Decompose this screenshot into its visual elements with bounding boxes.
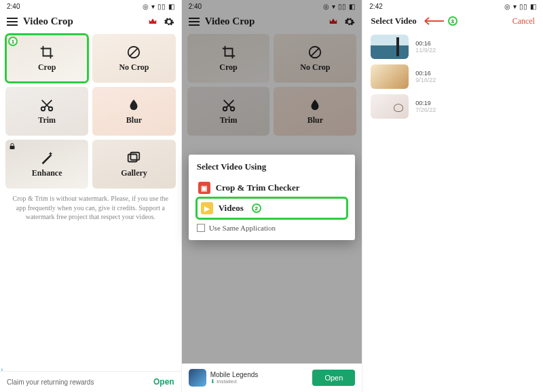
app-topbar: Video Crop [0,12,181,34]
tool-grid: 1 Crop No Crop Trim Blur Enhance [0,34,181,189]
tile-enhance[interactable]: Enhance [5,140,88,189]
svg-rect-5 [128,154,137,161]
no-crop-icon [126,45,141,60]
tile-label: Enhance [32,168,62,178]
lock-icon [8,142,16,151]
checkbox-icon[interactable] [197,224,205,232]
ad-app-icon [189,369,206,387]
tile-trim[interactable]: Trim [5,87,88,136]
use-same-app-row[interactable]: Use Same Application [197,224,348,232]
tile-no-crop[interactable]: No Crop [92,34,175,83]
tile-label: Trim [38,115,56,125]
screen-3-select-video: 2:42 ◎▾▯▯◧ Select Video 3 Cancel 00:16 1… [362,0,543,392]
crop-icon [39,45,54,60]
tile-label: Crop [38,62,56,73]
dialog-title: Select Video Using [197,161,348,172]
video-item[interactable]: 00:19 7/26/22 [371,94,535,119]
video-date: 9/18/22 [415,77,436,83]
screen-2-dialog: 2:40 ◎▾▯▯◧ Video Crop Crop No Crop Trim … [181,0,362,392]
scissors-icon [39,98,54,113]
dialog-option-label: Crop & Trim Checker [216,182,300,193]
ad-open-button[interactable]: Open [312,370,355,386]
status-time: 2:42 [369,3,382,10]
app-icon-yellow: ▶ [201,202,213,214]
dialog-option-label: Videos [219,203,244,214]
status-time: 2:40 [7,3,20,10]
select-video-header: Select Video 3 Cancel [362,12,543,31]
checkbox-label: Use Same Application [209,224,276,232]
tile-blur[interactable]: Blur [92,87,175,136]
app-icon-red: ▣ [198,182,210,194]
video-item[interactable]: 00:16 9/18/22 [371,64,535,89]
ad-chip: Mobile Legends Installed [189,369,259,387]
video-date: 11/9/22 [415,47,436,54]
gallery-icon [126,151,141,165]
svg-line-1 [130,47,138,56]
ad-open-link[interactable]: Open [153,377,174,387]
dialog-option-videos[interactable]: ▶ Videos 2 [197,198,348,218]
step-badge-3: 3 [448,16,457,26]
video-duration: 00:19 [415,100,436,106]
video-duration: 00:16 [415,40,436,47]
status-bar: 2:42 ◎▾▯▯◧ [362,0,543,12]
screen-1-main: 2:40 ◎▾▯▯◧ Video Crop 1 Crop No Crop [0,0,181,392]
video-thumbnail [371,94,409,119]
svg-rect-4 [10,146,15,149]
select-video-title: Select Video [371,16,417,26]
menu-icon[interactable] [7,18,18,26]
app-title: Video Crop [23,16,142,27]
select-video-dialog: Select Video Using ▣ Crop & Trim Checker… [189,155,356,240]
ad-app-sub: Installed [210,378,259,385]
blur-icon [126,98,141,113]
wand-icon [39,151,54,165]
video-thumbnail [371,35,409,59]
cancel-button[interactable]: Cancel [512,16,535,26]
ad-bar[interactable]: Mobile Legends Installed Open [182,364,362,392]
crown-icon[interactable] [147,17,158,26]
status-icons: ◎▾▯▯◧ [143,3,174,10]
tile-label: Gallery [121,168,147,178]
footer-note: Crop & Trim is without watermark. Please… [0,189,181,227]
ad-app-title: Mobile Legends [210,371,259,378]
video-date: 7/26/22 [415,106,436,113]
step-badge-2: 2 [252,203,261,213]
video-list: 00:16 11/9/22 00:16 9/18/22 00:19 7/26/2… [362,31,543,123]
ad-bar[interactable]: Claim your returning rewards Open [0,371,181,392]
video-duration: 00:16 [415,70,436,77]
svg-rect-6 [131,152,140,159]
tile-label: No Crop [119,62,149,73]
status-icons: ◎▾▯▯◧ [504,3,536,10]
tile-crop[interactable]: 1 Crop [5,34,88,83]
arrow-icon [421,17,444,25]
step-badge-1: 1 [8,37,18,46]
status-bar: 2:40 ◎▾▯▯◧ [0,0,181,12]
ad-text: Claim your returning rewards [7,378,94,386]
video-item[interactable]: 00:16 11/9/22 [371,35,535,59]
tile-label: Blur [126,115,142,125]
tile-gallery[interactable]: Gallery [92,140,175,189]
dialog-option-crop-trim-checker[interactable]: ▣ Crop & Trim Checker [197,178,348,198]
settings-icon[interactable] [164,16,174,27]
video-thumbnail [371,64,409,89]
